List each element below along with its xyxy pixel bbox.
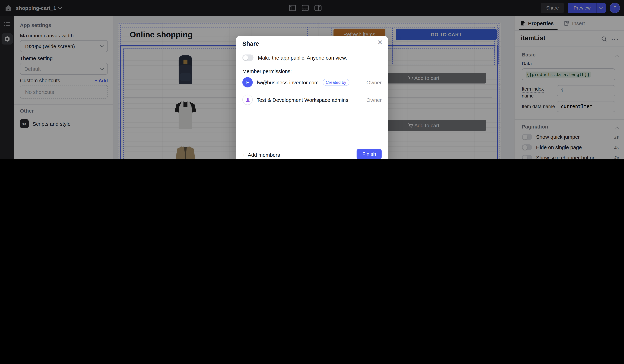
member-row: Test & Development Workspace admins Owne… — [242, 93, 382, 106]
member-row: F fw@business-inventor.com Created by Ow… — [242, 75, 382, 89]
add-members-button[interactable]: + Add members — [242, 152, 280, 158]
finish-button[interactable]: Finish — [357, 149, 382, 159]
share-modal: Share ✕ Make the app public. Anyone can … — [236, 36, 388, 159]
group-avatar — [242, 95, 253, 105]
person-icon — [245, 97, 250, 102]
member-avatar: F — [242, 77, 253, 87]
share-modal-title: Share — [242, 40, 259, 47]
make-public-toggle[interactable] — [242, 54, 253, 61]
app-builder-window: shopping-cart_1 Share Preview F — [0, 0, 624, 159]
member-permissions-label: Member permissions: — [242, 68, 292, 74]
member-role[interactable]: Owner — [366, 79, 382, 85]
plus-icon: + — [242, 152, 245, 158]
make-public-label: Make the app public. Anyone can view. — [258, 55, 347, 61]
created-by-badge: Created by — [323, 79, 349, 86]
close-icon[interactable]: ✕ — [377, 39, 383, 47]
member-role[interactable]: Owner — [366, 97, 382, 103]
